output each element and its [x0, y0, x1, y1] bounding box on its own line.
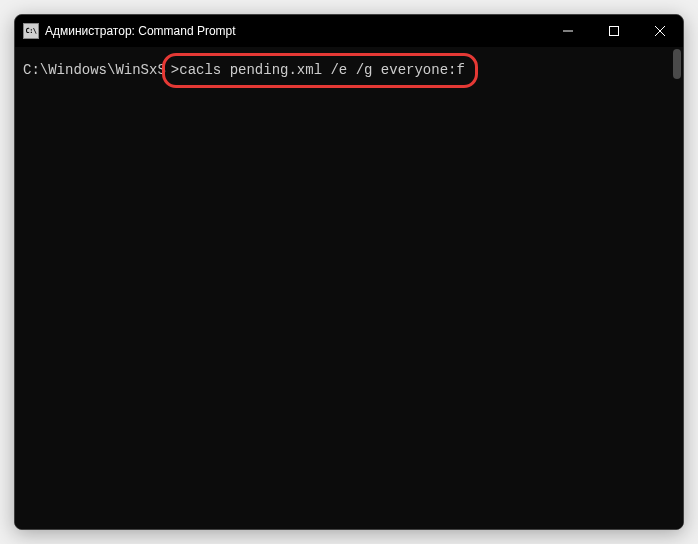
svg-rect-1: [610, 27, 619, 36]
terminal-area[interactable]: C:\Windows\WinSxS>cacls pending.xml /e /…: [15, 47, 683, 529]
command-prompt-window: C:\ Администратор: Command Prompt: [14, 14, 684, 530]
app-icon: C:\: [23, 23, 39, 39]
window-title: Администратор: Command Prompt: [45, 24, 545, 38]
prompt-separator: >: [171, 62, 179, 78]
command-highlight: >cacls pending.xml /e /g everyone:f: [162, 53, 478, 88]
minimize-button[interactable]: [545, 15, 591, 47]
close-icon: [655, 26, 665, 36]
maximize-icon: [609, 26, 619, 36]
maximize-button[interactable]: [591, 15, 637, 47]
window-controls: [545, 15, 683, 47]
titlebar[interactable]: C:\ Администратор: Command Prompt: [15, 15, 683, 47]
scrollbar[interactable]: [669, 47, 683, 529]
scrollbar-thumb[interactable]: [673, 49, 681, 79]
prompt-line: C:\Windows\WinSxS>cacls pending.xml /e /…: [23, 53, 675, 88]
prompt-path: C:\Windows\WinSxS: [23, 60, 166, 81]
close-button[interactable]: [637, 15, 683, 47]
command-text: cacls pending.xml /e /g everyone:f: [179, 62, 465, 78]
minimize-icon: [563, 26, 573, 36]
